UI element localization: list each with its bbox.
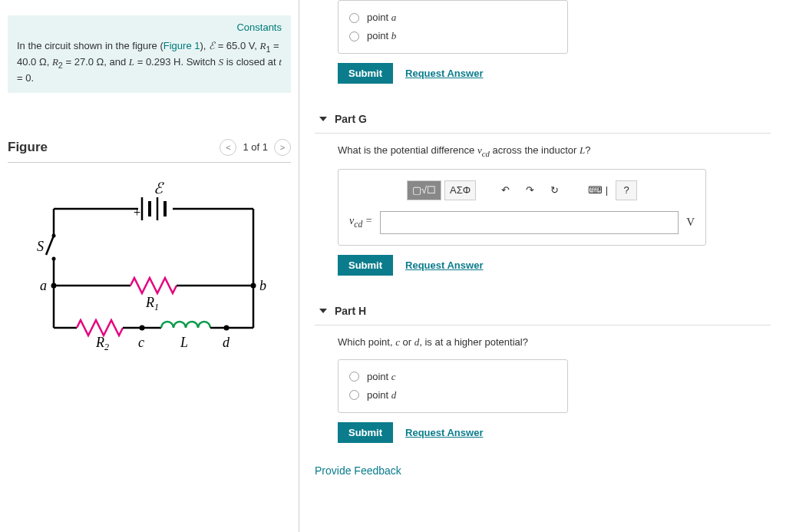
r2-label: R2 <box>95 335 109 352</box>
submit-button-g[interactable]: Submit <box>338 255 393 276</box>
figure-title: Figure <box>8 140 48 155</box>
part-h-section: Part H Which point, c or d, is at a high… <box>315 297 771 454</box>
svg-point-21 <box>139 325 144 330</box>
request-answer-g[interactable]: Request Answer <box>405 259 483 271</box>
answer-input-g[interactable] <box>380 211 679 234</box>
l-label: L <box>180 335 188 350</box>
part-g-title: Part G <box>335 113 367 125</box>
part-h-title: Part H <box>335 305 366 317</box>
part-h-question: Which point, c or d, is at a higher pote… <box>338 336 771 349</box>
choice-box-f: point a point b <box>338 0 568 54</box>
choice-label: point a <box>367 12 396 24</box>
val: = 65.0 V <box>215 40 254 51</box>
request-answer-f[interactable]: Request Answer <box>405 68 483 79</box>
choice-label: point c <box>367 371 396 383</box>
reset-button[interactable]: ↻ <box>543 180 565 200</box>
part-g-header[interactable]: Part G <box>315 105 771 134</box>
node-a: a <box>40 278 47 293</box>
figure-pager: < 1 of 1 > <box>220 139 291 156</box>
answer-box-g: ▢√☐ ΑΣΦ ↶ ↷ ↻ ⌨ | ? vcd = V <box>338 169 706 246</box>
undo-button[interactable]: ↶ <box>494 180 516 200</box>
node-d: d <box>223 335 230 350</box>
radio-point-d[interactable] <box>349 390 359 400</box>
val: = 27.0 Ω <box>63 56 104 68</box>
part-g-question: What is the potential difference vcd acr… <box>338 144 771 158</box>
redo-button[interactable]: ↷ <box>519 180 540 200</box>
provide-feedback-link[interactable]: Provide Feedback <box>315 464 771 477</box>
submit-button-h[interactable]: Submit <box>338 422 393 443</box>
svg-point-22 <box>223 325 229 330</box>
formula-toolbar: ▢√☐ ΑΣΦ ↶ ↷ ↻ ⌨ | ? <box>349 180 695 200</box>
caret-down-icon <box>319 309 327 313</box>
unit-label: V <box>686 216 695 229</box>
node-c: c <box>138 335 144 350</box>
node-b: b <box>259 278 266 293</box>
radio-point-a[interactable] <box>349 13 359 23</box>
var-R2: R <box>52 56 58 68</box>
templates-button[interactable]: ▢√☐ <box>407 180 441 200</box>
val: = 0.293 H <box>134 56 180 68</box>
caret-down-icon <box>319 117 327 121</box>
text: is closed at <box>223 56 279 68</box>
var-L: L <box>129 56 134 68</box>
val: = 0. <box>17 72 34 84</box>
pager-prev-button[interactable]: < <box>220 139 236 156</box>
choice-label: point b <box>367 30 396 42</box>
switch-label: S <box>37 239 44 254</box>
submit-button-f[interactable]: Submit <box>338 63 393 84</box>
plus-label: + <box>134 206 140 219</box>
part-h-header[interactable]: Part H <box>315 297 771 325</box>
emf-label: ℰ <box>154 180 164 197</box>
pager-label: 1 of 1 <box>243 141 268 153</box>
text: ), <box>200 40 209 51</box>
svg-point-10 <box>51 233 55 237</box>
var-t: t <box>279 56 282 68</box>
pager-next-button[interactable]: > <box>274 139 291 156</box>
svg-line-8 <box>46 236 54 255</box>
svg-point-11 <box>51 256 55 260</box>
constants-link[interactable]: Constants <box>17 21 282 33</box>
keyboard-button[interactable]: ⌨ | <box>583 180 613 200</box>
text: In the circuit shown in the figure ( <box>17 40 163 51</box>
figure-link[interactable]: Figure 1 <box>163 40 200 51</box>
answer-var-label: vcd = <box>349 215 372 230</box>
greek-button[interactable]: ΑΣΦ <box>444 180 476 200</box>
circuit-diagram: + ℰ S a b R1 <box>23 178 276 355</box>
choice-box-h: point c point d <box>338 359 568 413</box>
request-answer-h[interactable]: Request Answer <box>405 427 483 438</box>
choice-label: point d <box>367 389 396 401</box>
text: . Switch <box>180 56 218 68</box>
part-g-section: Part G What is the potential difference … <box>315 105 771 286</box>
radio-point-b[interactable] <box>349 31 359 41</box>
r1-label: R1 <box>145 295 159 312</box>
problem-info-box: Constants In the circuit shown in the fi… <box>8 15 291 93</box>
problem-statement: In the circuit shown in the figure (Figu… <box>17 39 282 85</box>
var-E: ℰ <box>209 40 215 51</box>
help-button[interactable]: ? <box>616 180 637 200</box>
radio-point-c[interactable] <box>349 372 359 382</box>
